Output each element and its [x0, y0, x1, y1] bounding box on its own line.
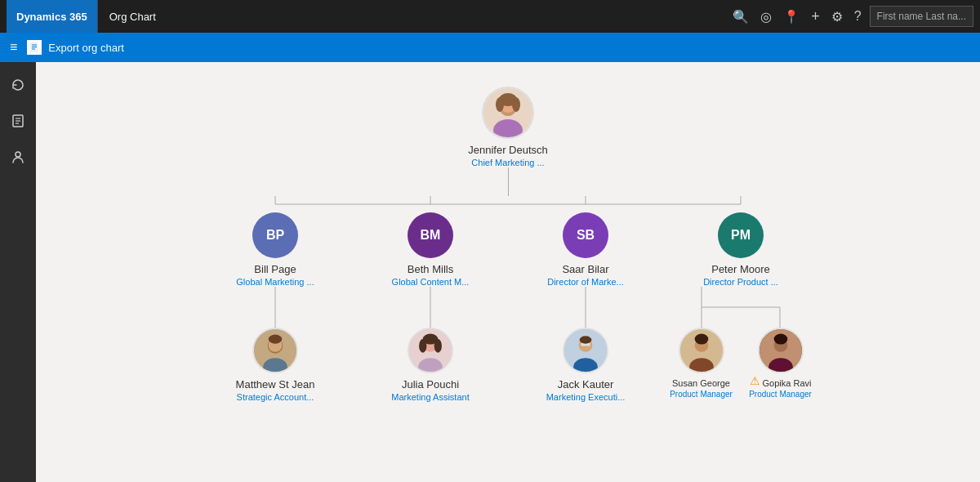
bm-name: Beth Mills [408, 263, 453, 275]
search-icon[interactable]: 🔍 [733, 9, 749, 25]
node-bill-page[interactable]: BP Bill Page Global Marketing ... [198, 212, 353, 287]
sidebar [0, 62, 36, 482]
node-jennifer-deutsch[interactable]: Jennifer Deutsch Chief Marketing ... [468, 87, 548, 167]
svg-point-38 [419, 339, 426, 353]
jk-title: Marketing Executi... [546, 392, 626, 402]
avatar-bm: BM [408, 212, 453, 258]
pm-title: Director Product ... [703, 277, 778, 287]
sidebar-item-records[interactable] [2, 105, 34, 137]
root-connector-v [508, 167, 509, 196]
node-matthew-st-jean[interactable]: Matthew St Jean Strategic Account... [198, 328, 353, 402]
pm-children: Susan George Product Manager [663, 328, 818, 399]
svg-point-44 [580, 336, 592, 343]
bm-title: Global Content M... [392, 277, 470, 287]
pin-icon[interactable]: 📍 [783, 9, 800, 25]
level2-row: Matthew St Jean Strategic Account... [198, 328, 818, 402]
nav-brand: Dynamics 365 Org Chart [7, 0, 167, 33]
org-chart: Jennifer Deutsch Chief Marketing ... [36, 62, 980, 482]
root-name: Jennifer Deutsch [468, 144, 548, 156]
avatar-sb: SB [563, 212, 608, 258]
user-field[interactable]: First name Last na... [870, 6, 973, 27]
node-gopika-ravi[interactable]: ⚠ Gopika Ravi Product Manager [744, 328, 817, 399]
sb-title: Director of Marke... [547, 277, 624, 287]
svg-point-16 [512, 97, 520, 112]
level1-connector [198, 196, 818, 212]
org-chart-content: Jennifer Deutsch Chief Marketing ... [36, 62, 980, 482]
sidebar-item-person[interactable] [2, 141, 34, 173]
svg-point-52 [773, 334, 787, 345]
svg-point-15 [496, 97, 504, 112]
app-name-label: Org Chart [109, 11, 156, 23]
node-peter-moore[interactable]: PM Peter Moore Director Product ... [663, 212, 818, 287]
user-placeholder: First name Last na... [877, 11, 966, 22]
jk-name: Jack Kauter [558, 378, 614, 391]
svg-point-39 [434, 339, 442, 353]
gr-title: Product Manager [749, 390, 812, 399]
jp-title: Marketing Assistant [391, 392, 469, 402]
nav-icons: 🔍 ◎ 📍 + ⚙ ? [733, 8, 861, 25]
brand-label: Dynamics 365 [16, 11, 87, 23]
warning-icon: ⚠ [750, 374, 760, 387]
svg-point-9 [16, 152, 20, 157]
bp-title: Global Marketing ... [236, 277, 314, 287]
dynamics-brand[interactable]: Dynamics 365 [7, 0, 97, 33]
app-name: Org Chart [98, 0, 167, 33]
plus-icon[interactable]: + [811, 8, 820, 25]
root-title: Chief Marketing ... [471, 158, 544, 167]
msj-name: Matthew St Jean [236, 378, 315, 391]
sub-nav: ≡ Export org chart [0, 33, 980, 62]
gr-name-row: ⚠ Gopika Ravi [750, 373, 812, 388]
sb-name: Saar Bilar [562, 263, 608, 275]
msj-title: Strategic Account... [237, 392, 314, 402]
node-beth-mills[interactable]: BM Beth Mills Global Content M... [353, 212, 508, 287]
sg-name: Susan George [672, 378, 730, 388]
settings-icon[interactable]: ⚙ [831, 9, 843, 25]
level2-connector [198, 287, 818, 328]
avatar-bp: BP [252, 212, 298, 258]
menu-icon[interactable]: ≡ [7, 37, 20, 58]
sidebar-item-refresh[interactable] [2, 69, 34, 101]
page-icon [27, 40, 42, 55]
node-julia-pouchi[interactable]: Julia Pouchi Marketing Assistant [353, 328, 508, 402]
jp-name: Julia Pouchi [402, 378, 459, 391]
bp-name: Bill Page [254, 263, 296, 275]
help-icon[interactable]: ? [854, 9, 862, 24]
level1-row: BP Bill Page Global Marketing ... BM Bet… [198, 212, 818, 287]
sub-nav-title: Export org chart [48, 42, 124, 54]
avatar-pm: PM [718, 212, 764, 258]
main-layout: Jennifer Deutsch Chief Marketing ... [0, 62, 980, 482]
svg-point-48 [694, 334, 708, 345]
node-susan-george[interactable]: Susan George Product Manager [665, 328, 738, 399]
node-jack-kauter[interactable]: Jack Kauter Marketing Executi... [508, 328, 663, 402]
pm-name: Peter Moore [711, 263, 770, 275]
svg-point-33 [269, 335, 283, 344]
node-saar-bilar[interactable]: SB Saar Bilar Director of Marke... [508, 212, 663, 287]
sg-title: Product Manager [670, 390, 733, 399]
gr-name: Gopika Ravi [763, 378, 812, 388]
top-nav: Dynamics 365 Org Chart 🔍 ◎ 📍 + ⚙ ? First… [0, 0, 980, 33]
target-icon[interactable]: ◎ [760, 9, 772, 25]
